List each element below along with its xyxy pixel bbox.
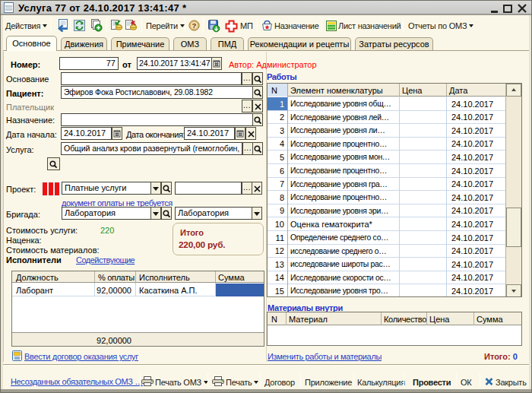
- svg-text:?: ?: [192, 21, 197, 30]
